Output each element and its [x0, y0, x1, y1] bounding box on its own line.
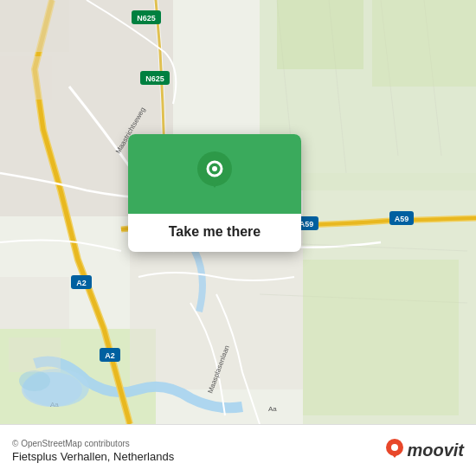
svg-rect-32 — [0, 0, 69, 52]
svg-text:A59: A59 — [299, 220, 314, 228]
osm-attribution: © OpenStreetMap contributors — [12, 439, 174, 448]
svg-text:A2: A2 — [105, 351, 115, 360]
moovit-logo: moovit — [385, 439, 464, 463]
svg-rect-34 — [0, 277, 69, 329]
svg-text:N625: N625 — [137, 14, 156, 23]
svg-text:Aa: Aa — [268, 405, 277, 413]
svg-text:A59: A59 — [395, 215, 409, 223]
svg-rect-38 — [303, 260, 459, 415]
bottom-bar: © OpenStreetMap contributors Fietsplus V… — [0, 424, 476, 476]
moovit-wordmark: moovit — [407, 441, 464, 460]
svg-text:N625: N625 — [145, 74, 164, 83]
svg-rect-35 — [9, 338, 61, 372]
svg-point-41 — [212, 166, 217, 171]
svg-point-43 — [391, 444, 398, 451]
take-me-there-button[interactable]: Take me there — [128, 214, 301, 252]
location-pin-icon — [193, 150, 236, 202]
location-label: Fietsplus Verhallen, Netherlands — [12, 450, 174, 463]
svg-rect-37 — [372, 0, 476, 87]
svg-rect-36 — [277, 0, 363, 69]
moovit-pin-icon — [385, 439, 404, 463]
popup-icon-area — [128, 134, 301, 214]
map-container: A2 A2 A59 A59 N625 N625 Maastric — [0, 0, 476, 424]
svg-rect-33 — [0, 56, 52, 100]
svg-point-25 — [19, 370, 50, 391]
popup-card[interactable]: Take me there — [128, 134, 301, 252]
svg-text:A2: A2 — [76, 279, 87, 287]
